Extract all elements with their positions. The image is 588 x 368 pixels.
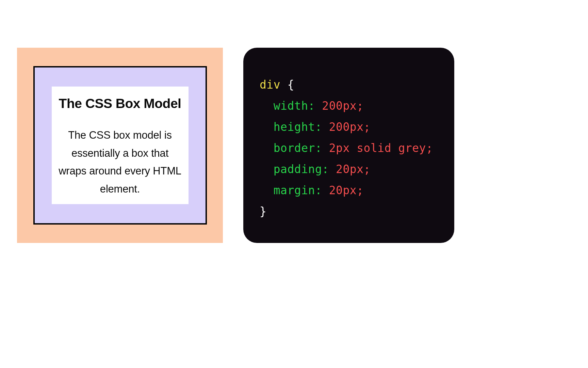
box-model-margin-layer: The CSS Box Model The CSS box model is e…	[17, 48, 223, 243]
code-line-padding: padding: 20px;	[260, 159, 438, 180]
code-value: 20px	[336, 163, 363, 176]
code-line-border: border: 2px solid grey;	[260, 138, 438, 159]
code-property: border	[274, 141, 315, 155]
code-brace-close: }	[260, 205, 266, 218]
code-brace-open: {	[280, 78, 294, 91]
code-property: padding	[274, 163, 322, 176]
code-line-height: height: 200px;	[260, 117, 438, 138]
code-line-margin: margin: 20px;	[260, 180, 438, 201]
code-brace-close-line: }	[260, 201, 438, 222]
box-model-content-layer: The CSS Box Model The CSS box model is e…	[52, 87, 189, 204]
code-value: 200px	[322, 99, 357, 112]
main-container: The CSS Box Model The CSS box model is e…	[0, 0, 588, 291]
diagram-title: The CSS Box Model	[59, 96, 182, 111]
code-value: 20px	[329, 184, 357, 197]
code-block: div { width: 200px; height: 200px; borde…	[243, 48, 454, 243]
code-line-width: width: 200px;	[260, 95, 438, 117]
code-value: 200px	[329, 120, 364, 134]
code-selector: div	[260, 78, 280, 91]
diagram-description: The CSS box model is essentially a box t…	[59, 126, 182, 198]
code-property: height	[274, 120, 315, 134]
code-property: margin	[274, 184, 315, 197]
code-property: width	[274, 99, 308, 112]
code-selector-line: div {	[260, 74, 438, 95]
code-value: 2px solid grey	[329, 141, 426, 155]
box-model-border-layer: The CSS Box Model The CSS box model is e…	[33, 66, 207, 225]
